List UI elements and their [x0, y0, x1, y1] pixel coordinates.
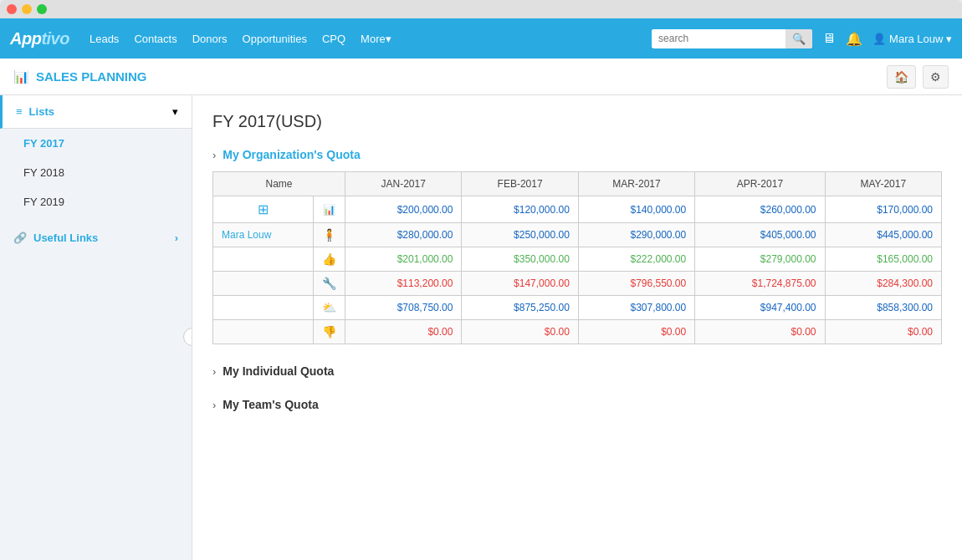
topnav-right: 🔍 🖥 🔔 👤 Mara Louw ▾ [652, 29, 952, 48]
faucet-icon: 🔧 [322, 277, 336, 290]
cell-feb-5: $0.00 [462, 320, 578, 344]
cell-may-3: $284,300.00 [825, 272, 941, 296]
user-menu[interactable]: 👤 Mara Louw ▾ [872, 33, 952, 45]
nav-cpq[interactable]: CPQ [322, 33, 345, 45]
table-row: Mara Louw 🧍 $280,000.00 $250,000.00 $290… [213, 223, 942, 247]
sidebar-lists-header[interactable]: ≡ Lists ▾ [0, 95, 192, 129]
sidebar-fy2019-item[interactable]: FY 2019 [0, 187, 192, 216]
table-row: ⛅ $708,750.00 $875,250.00 $307,800.00 $9… [213, 296, 942, 320]
person-icon: 🧍 [322, 228, 336, 242]
subheader: 📊 SALES PLANNING 🏠 ⚙ [0, 59, 962, 95]
row-type-icon-4: ⛅ [314, 296, 345, 320]
row-type-icon-5: 👎 [314, 320, 345, 344]
sidebar-useful-links-label: Useful Links [33, 232, 98, 244]
grid-icon: ⊞ [258, 202, 269, 216]
cell-feb-0: $120,000.00 [462, 196, 578, 223]
row-name-4 [213, 296, 314, 320]
cell-jan-0: $200,000.00 [345, 196, 462, 223]
settings-button[interactable]: ⚙ [923, 65, 949, 89]
window-chrome [0, 0, 962, 18]
cell-mar-4: $307,800.00 [578, 296, 694, 320]
search-box: 🔍 [652, 29, 812, 48]
search-input[interactable] [652, 29, 785, 48]
list-icon: ≡ [16, 105, 23, 118]
org-quota-title: My Organization's Quota [223, 148, 360, 161]
cell-feb-1: $250,000.00 [462, 223, 578, 247]
bell-icon[interactable]: 🔔 [846, 31, 862, 47]
cell-apr-1: $405,000.00 [695, 223, 825, 247]
cell-apr-5: $0.00 [695, 320, 825, 344]
subheader-title-text: SALES PLANNING [36, 69, 147, 84]
nav-links: Leads Contacts Donors Opportunities CPQ … [90, 33, 638, 45]
cell-may-4: $858,300.00 [825, 296, 941, 320]
subheader-title: 📊 SALES PLANNING [13, 69, 147, 84]
cell-apr-0: $260,000.00 [695, 196, 825, 223]
col-mar: MAR-2017 [578, 172, 694, 196]
cell-may-1: $445,000.00 [825, 223, 941, 247]
main-content: FY 2017(USD) › My Organization's Quota N… [192, 95, 962, 560]
cell-mar-1: $290,000.00 [578, 223, 694, 247]
monitor-icon[interactable]: 🖥 [822, 31, 836, 46]
chevron-right-icon: › [175, 232, 178, 244]
cell-may-5: $0.00 [825, 320, 941, 344]
team-quota-section: › My Team's Quota [212, 398, 942, 411]
table-row: 👍 $201,000.00 $350,000.00 $222,000.00 $2… [213, 247, 942, 272]
row-type-icon-1: 🧍 [314, 223, 345, 247]
sidebar-lists-header-left: ≡ Lists [16, 105, 54, 118]
thumbs-up-icon: 👍 [322, 252, 336, 266]
cell-may-2: $165,000.00 [825, 247, 941, 272]
row-type-icon-2: 👍 [314, 247, 345, 272]
cell-jan-3: $113,200.00 [345, 272, 462, 296]
row-name-2 [213, 247, 314, 272]
table-row: ⊞ 📊 $200,000.00 $120,000.00 $140,000.00 … [213, 196, 942, 223]
org-quota-table: Name JAN-2017 FEB-2017 MAR-2017 APR-2017… [212, 171, 942, 344]
table-row: 👎 $0.00 $0.00 $0.00 $0.00 $0.00 [213, 320, 942, 344]
link-icon: 🔗 [13, 232, 27, 244]
cell-feb-4: $875,250.00 [462, 296, 578, 320]
cell-apr-2: $279,000.00 [695, 247, 825, 272]
sidebar: ≡ Lists ▾ FY 2017 FY 2018 FY 2019 🔗 Usef… [0, 95, 192, 560]
row-name-3 [213, 272, 314, 296]
individual-quota-arrow: › [212, 365, 216, 378]
cell-mar-3: $796,550.00 [578, 272, 694, 296]
chart-icon: 📊 [323, 204, 335, 216]
cell-feb-2: $350,000.00 [462, 247, 578, 272]
org-quota-toggle[interactable]: › My Organization's Quota [212, 148, 942, 161]
row-type-icon-0: 📊 [314, 196, 345, 223]
row-name-1: Mara Louw [213, 223, 314, 247]
sidebar-lists-section: ≡ Lists ▾ FY 2017 FY 2018 FY 2019 [0, 95, 192, 216]
nav-more[interactable]: More▾ [361, 33, 391, 45]
chrome-green-btn[interactable] [37, 4, 47, 14]
sidebar-collapse-button[interactable]: ‹ [183, 328, 192, 346]
table-row: 🔧 $113,200.00 $147,000.00 $796,550.00 $1… [213, 272, 942, 296]
team-quota-toggle[interactable]: › My Team's Quota [212, 398, 942, 411]
nav-donors[interactable]: Donors [192, 33, 228, 45]
chrome-yellow-btn[interactable] [22, 4, 32, 14]
chrome-red-btn[interactable] [7, 4, 17, 14]
sidebar-fy2017-item[interactable]: FY 2017 [0, 129, 192, 158]
org-quota-section: › My Organization's Quota Name JAN-2017 … [212, 148, 942, 344]
org-quota-arrow: › [212, 149, 216, 161]
thumbs-down-icon: 👎 [322, 325, 336, 339]
cell-apr-4: $947,400.00 [695, 296, 825, 320]
col-apr: APR-2017 [695, 172, 825, 196]
team-quota-title: My Team's Quota [223, 398, 318, 411]
nav-leads[interactable]: Leads [90, 33, 119, 45]
sidebar-fy2018-item[interactable]: FY 2018 [0, 158, 192, 187]
col-feb: FEB-2017 [462, 172, 578, 196]
sales-planning-icon: 📊 [13, 69, 29, 84]
team-quota-arrow: › [212, 399, 216, 411]
cell-jan-1: $280,000.00 [345, 223, 462, 247]
cell-mar-5: $0.00 [578, 320, 694, 344]
nav-opportunities[interactable]: Opportunities [243, 33, 307, 45]
cell-jan-2: $201,000.00 [345, 247, 462, 272]
layout: ≡ Lists ▾ FY 2017 FY 2018 FY 2019 🔗 Usef… [0, 95, 962, 560]
individual-quota-toggle[interactable]: › My Individual Quota [212, 364, 942, 378]
home-button[interactable]: 🏠 [887, 65, 916, 89]
topnav: Apptivo Leads Contacts Donors Opportunit… [0, 18, 962, 59]
nav-contacts[interactable]: Contacts [134, 33, 177, 45]
sidebar-useful-links-header[interactable]: 🔗 Useful Links › [0, 223, 192, 252]
search-button[interactable]: 🔍 [785, 29, 812, 48]
individual-quota-title: My Individual Quota [223, 364, 334, 378]
sidebar-lists-label: Lists [29, 105, 54, 118]
